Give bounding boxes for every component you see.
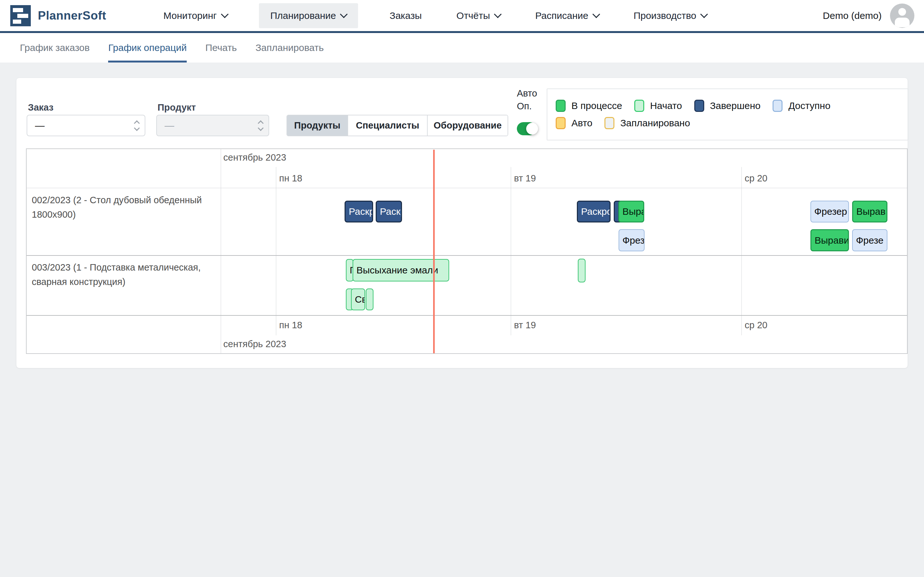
person-icon-body xyxy=(895,18,909,27)
sub-tab-1[interactable]: График заказов xyxy=(20,33,89,63)
gantt-bar-available[interactable]: Фрезе xyxy=(852,229,887,251)
chevron-down-icon xyxy=(700,10,708,18)
toggle-knob xyxy=(526,123,538,135)
grid-vline xyxy=(221,149,221,353)
auto-op-label: Авто Оп. xyxy=(517,87,537,113)
legend-item-label: Запланировано xyxy=(620,118,690,129)
main-menu-item-6[interactable]: Производство xyxy=(630,3,710,28)
legend-item: Запланировано xyxy=(604,117,690,129)
view-button-2[interactable]: Специалисты xyxy=(348,115,428,135)
chevron-down-icon xyxy=(221,10,228,18)
legend-item: Начато xyxy=(634,100,682,112)
day-label-top: ср 20 xyxy=(745,173,767,184)
gantt-row-label-2: 003/2023 (1 - Подставка металическая, св… xyxy=(27,255,221,315)
auto-op-label-line2: Оп. xyxy=(517,100,537,113)
legend-swatch-planned xyxy=(604,117,614,129)
main-menu-item-2[interactable]: Планирование xyxy=(259,3,359,28)
sub-tab-4[interactable]: Запланировать xyxy=(255,33,324,63)
legend-item-label: Начато xyxy=(650,100,682,111)
day-label-bottom: вт 19 xyxy=(514,320,536,330)
product-select-value: — xyxy=(165,120,258,131)
main-menu-item-label: Заказы xyxy=(389,10,422,21)
product-filter-label: Продукт xyxy=(158,102,196,113)
legend-item: В процессе xyxy=(556,100,622,112)
legend-item: Авто xyxy=(556,117,592,129)
gantt-bar-inprogress[interactable]: Вырав xyxy=(852,201,887,222)
gantt-bar-done[interactable]: Раскро xyxy=(376,201,402,222)
sub-tab-2[interactable]: График операций xyxy=(108,33,187,63)
legend-swatch-inprogress xyxy=(556,100,565,112)
legend-swatch-done xyxy=(694,100,704,112)
gantt-bar-done[interactable]: Раскро xyxy=(344,201,373,222)
chevron-down-icon xyxy=(340,10,348,18)
order-select[interactable]: — xyxy=(27,115,145,136)
avatar[interactable] xyxy=(890,3,914,28)
status-legend: В процессеНачатоЗавершеноДоступноАвтоЗап… xyxy=(547,89,908,140)
day-label-top: пн 18 xyxy=(279,173,302,184)
planning-card: Заказ — Продукт — ПродуктыСпециалистыОбо… xyxy=(16,77,908,368)
gantt-bar-inprogress[interactable]: Выра xyxy=(618,201,644,222)
top-nav: PlannerSoft МониторингПланированиеЗаказы… xyxy=(0,0,924,33)
brand-name: PlannerSoft xyxy=(38,9,106,23)
chevron-down-icon xyxy=(494,10,502,18)
product-select[interactable]: — xyxy=(156,115,269,136)
legend-swatch-started xyxy=(634,100,644,112)
brand[interactable]: PlannerSoft xyxy=(10,5,106,26)
gantt-row-label-1: 002/2023 (2 - Стол дубовый обеденный 180… xyxy=(27,188,221,255)
day-label-bottom: ср 20 xyxy=(745,320,767,330)
legend-item: Доступно xyxy=(772,100,830,112)
legend-item-label: Авто xyxy=(572,118,592,129)
order-filter-label: Заказ xyxy=(28,102,53,113)
auto-op-toggle[interactable] xyxy=(517,122,536,135)
legend-item: Завершено xyxy=(694,100,761,112)
grid-vline xyxy=(511,167,511,335)
gantt-bar-done[interactable]: Раскро xyxy=(577,201,611,222)
view-mode-group: ПродуктыСпециалистыОборудование xyxy=(286,115,508,136)
legend-item-label: В процессе xyxy=(572,100,622,111)
grid-vline xyxy=(741,167,742,335)
month-label-top: сентябрь 2023 xyxy=(223,152,286,163)
main-menu-item-3[interactable]: Заказы xyxy=(386,3,425,28)
main-menu-item-label: Производство xyxy=(634,10,696,21)
app-logo-icon xyxy=(10,5,31,26)
legend-swatch-available xyxy=(772,100,782,112)
main-menu-item-label: Расписание xyxy=(535,10,588,21)
now-line xyxy=(433,150,435,353)
view-button-3[interactable]: Оборудование xyxy=(428,115,507,135)
gantt-bar-available[interactable]: Фрез xyxy=(619,229,645,251)
main-menu-item-label: Отчёты xyxy=(457,10,490,21)
legend-item-label: Доступно xyxy=(788,100,830,111)
select-stepper-icon xyxy=(135,121,139,130)
order-select-value: — xyxy=(35,120,135,131)
main-menu-item-1[interactable]: Мониторинг xyxy=(160,3,230,28)
person-icon xyxy=(898,8,906,16)
gantt-bar-available[interactable]: Фрезер xyxy=(811,201,849,222)
legend-row: В процессеНачатоЗавершеноДоступно xyxy=(556,100,899,112)
view-button-1[interactable]: Продукты xyxy=(287,115,348,135)
chevron-down-icon xyxy=(592,10,600,18)
user-block[interactable]: Demo (demo) xyxy=(823,3,914,28)
gantt-bar-inprogress[interactable]: Вырави xyxy=(811,229,849,251)
main-menu-item-4[interactable]: Отчёты xyxy=(453,3,504,28)
user-name: Demo (demo) xyxy=(823,10,882,21)
day-label-bottom: пн 18 xyxy=(279,320,302,330)
gantt-bar-started[interactable] xyxy=(578,259,586,282)
gantt-bar-started[interactable] xyxy=(366,288,373,310)
month-label-bottom: сентябрь 2023 xyxy=(223,339,286,350)
main-menu-item-label: Мониторинг xyxy=(163,10,216,21)
main-menu-item-label: Планирование xyxy=(270,10,336,21)
sub-tab-3[interactable]: Печать xyxy=(205,33,237,63)
main-menu-item-5[interactable]: Расписание xyxy=(532,3,602,28)
grid-hline xyxy=(27,315,908,316)
gantt-bar-started[interactable]: Св xyxy=(351,288,365,310)
auto-op-label-line1: Авто xyxy=(517,87,537,100)
legend-item-label: Завершено xyxy=(710,100,761,111)
select-stepper-icon xyxy=(258,121,263,130)
gantt-chart: сентябрь 2023сентябрь 2023пн 18пн 18вт 1… xyxy=(26,148,908,354)
day-label-top: вт 19 xyxy=(514,173,536,184)
sub-nav: График заказовГрафик операцийПечатьЗапла… xyxy=(0,33,924,63)
legend-swatch-auto xyxy=(556,117,565,129)
main-menu: МониторингПланированиеЗаказыОтчётыРаспис… xyxy=(160,3,710,28)
legend-row: АвтоЗапланировано xyxy=(556,117,899,129)
